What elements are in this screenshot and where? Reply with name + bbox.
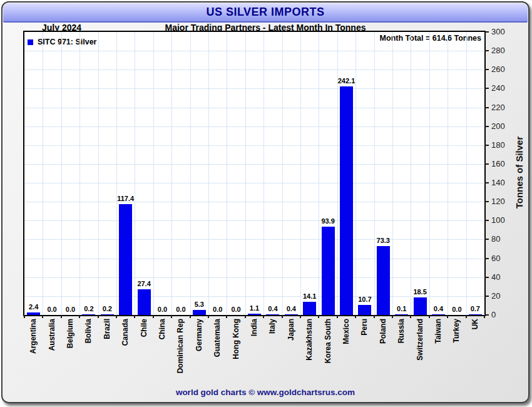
y-axis-tick: [484, 296, 489, 297]
chart-canvas: US SILVER IMPORTS July 2024 Major Tradin…: [0, 0, 532, 407]
x-axis-tick: [484, 315, 485, 318]
x-axis-label: Hong Kong: [232, 319, 240, 359]
gridline-horizontal: [24, 51, 484, 51]
y-axis-tick-label: 220: [491, 103, 516, 112]
gridline-vertical: [153, 32, 154, 315]
bar: [358, 305, 371, 315]
gridline-vertical: [429, 32, 430, 315]
x-axis-label: Australia: [48, 319, 56, 351]
y-axis-tick-label: 160: [491, 159, 516, 168]
bar-value-label: 27.4: [131, 280, 156, 287]
x-axis-label: Belgium: [66, 319, 74, 348]
bar: [119, 204, 132, 315]
y-axis-tick: [484, 88, 489, 89]
bar-value-label: 14.1: [297, 292, 322, 300]
x-axis-label: Bolivia: [84, 319, 93, 343]
x-axis-tick: [79, 315, 80, 318]
x-axis-tick: [153, 315, 154, 318]
bar: [193, 310, 206, 315]
x-axis-tick: [374, 315, 375, 318]
gridline-vertical: [171, 32, 172, 315]
x-axis-label: Dominican Rep: [176, 319, 185, 373]
y-axis-tick: [484, 201, 489, 202]
y-axis-tick-label: 40: [491, 272, 516, 282]
y-axis-tick-label: 120: [491, 197, 516, 206]
gridline-horizontal: [24, 220, 484, 221]
x-axis-label: UK: [471, 319, 479, 329]
gridline-horizontal: [24, 277, 484, 278]
x-axis-label: Russia: [397, 319, 406, 343]
legend: SITC 971: Silver: [28, 38, 97, 46]
gridline-vertical: [319, 32, 319, 315]
x-axis-label: Brazil: [103, 319, 111, 339]
gridline-vertical: [448, 32, 448, 315]
y-axis-tick-label: 280: [491, 46, 516, 55]
y-axis-tick-label: 200: [491, 121, 516, 131]
y-axis-tick: [484, 182, 489, 183]
bar-value-label: 117.4: [113, 195, 138, 202]
gridline-horizontal: [24, 183, 484, 183]
y-axis-tick-label: 300: [491, 27, 516, 36]
x-axis-tick: [98, 315, 99, 318]
gridline-vertical: [135, 32, 135, 315]
legend-label: SITC 971: Silver: [38, 38, 97, 46]
y-axis-tick-label: 20: [491, 291, 516, 301]
gridline-vertical: [411, 32, 411, 315]
title-bar: US SILVER IMPORTS: [3, 3, 528, 23]
bar: [469, 314, 482, 315]
bar: [82, 314, 95, 315]
bar: [285, 314, 298, 315]
x-axis-tick: [447, 315, 448, 318]
y-axis-tick-label: 240: [491, 83, 516, 93]
x-axis-label: India: [250, 319, 258, 336]
gridline-horizontal: [24, 88, 484, 89]
y-axis-tick-label: 140: [491, 178, 516, 187]
gridline-vertical: [392, 32, 393, 315]
gridline-vertical: [116, 32, 117, 315]
gridline-vertical: [227, 32, 227, 315]
bar: [322, 227, 335, 315]
bar: [27, 312, 40, 315]
plot-area: SITC 971: Silver Month Total = 614.6 Ton…: [23, 31, 486, 316]
x-axis-tick: [190, 315, 191, 318]
gridline-horizontal: [24, 296, 484, 297]
x-axis-label: Taiwan: [434, 319, 442, 344]
gridline-vertical: [337, 32, 338, 315]
bar: [303, 302, 316, 315]
x-axis-label: Germany: [195, 319, 203, 351]
bar: [266, 314, 279, 315]
y-axis-tick: [484, 69, 489, 70]
x-axis-tick: [134, 315, 135, 318]
x-axis-label: Chile: [140, 319, 148, 337]
y-axis-tick: [484, 258, 489, 259]
x-axis-label: Japan: [287, 319, 295, 341]
y-axis-tick: [484, 126, 489, 127]
x-axis-tick: [208, 315, 209, 318]
x-axis-tick: [24, 315, 25, 318]
x-axis-tick: [392, 315, 393, 318]
y-axis-tick-label: 260: [491, 64, 516, 74]
bar: [414, 297, 427, 315]
x-axis-tick: [245, 315, 246, 318]
legend-swatch-icon: [28, 39, 33, 45]
gridline-vertical: [79, 32, 80, 315]
y-axis-tick-label: 0: [491, 310, 516, 319]
gridline-vertical: [356, 32, 356, 315]
y-axis-tick: [484, 31, 489, 33]
x-axis-label: Peru: [361, 319, 369, 336]
bar-value-label: 93.9: [315, 217, 340, 225]
x-axis-tick: [337, 315, 338, 318]
y-axis-tick: [484, 277, 489, 278]
x-axis-label: Kazakhstan: [305, 319, 314, 361]
bar: [432, 314, 445, 315]
gridline-horizontal: [24, 164, 484, 165]
chart-frame: US SILVER IMPORTS July 2024 Major Tradin…: [1, 1, 529, 403]
bar: [248, 314, 261, 315]
x-axis-tick: [282, 315, 283, 318]
gridline-vertical: [245, 32, 246, 315]
x-axis-tick: [410, 315, 411, 318]
y-axis-tick: [484, 50, 489, 51]
x-axis-tick: [355, 315, 356, 318]
gridline-vertical: [263, 32, 264, 315]
gridline-vertical: [374, 32, 375, 315]
